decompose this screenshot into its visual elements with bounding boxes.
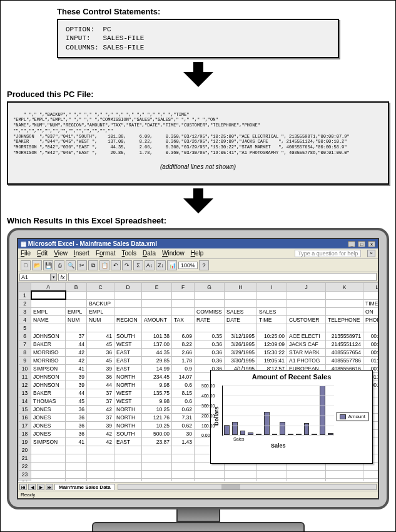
row-header[interactable]: 7	[19, 340, 31, 348]
cell[interactable]: PHONE	[363, 315, 378, 324]
cell[interactable]	[66, 324, 87, 332]
cell[interactable]	[142, 454, 172, 462]
cell[interactable]: 45	[87, 340, 114, 348]
col-header[interactable]: J	[287, 283, 326, 292]
cell[interactable]: 500.00	[142, 429, 172, 437]
cell[interactable]: 42	[66, 348, 87, 356]
cell[interactable]: 0.6	[172, 381, 195, 389]
cell[interactable]	[326, 291, 363, 299]
row-header[interactable]: 23	[19, 470, 31, 478]
help-search[interactable]: Type a question for help	[295, 250, 361, 257]
horizontal-scrollbar[interactable]	[118, 484, 377, 490]
cell[interactable]	[31, 446, 66, 454]
tab-first-icon[interactable]: ⏮	[19, 484, 27, 490]
embedded-chart[interactable]: Amount of Recent Sales Dollars 0.00100.0…	[210, 370, 373, 464]
col-header[interactable]: E	[142, 283, 172, 292]
cell[interactable]	[87, 324, 114, 332]
cell[interactable]: AMOUNT	[142, 315, 172, 324]
preview-icon[interactable]: 🔍	[66, 260, 76, 270]
cell[interactable]: REGION	[114, 315, 142, 324]
cell[interactable]: 0.6	[172, 397, 195, 405]
cell[interactable]: 41	[87, 332, 114, 340]
col-header[interactable]: F	[172, 283, 195, 292]
cell[interactable]	[142, 478, 172, 481]
paste-icon[interactable]: 📋	[99, 260, 109, 270]
menu-data[interactable]: Data	[143, 250, 156, 257]
cell[interactable]: NUM	[87, 315, 114, 324]
cell[interactable]	[114, 478, 142, 481]
cell[interactable]: 0.62	[172, 405, 195, 413]
cell[interactable]: SIMPSON	[31, 437, 66, 446]
cell[interactable]	[114, 462, 142, 470]
cell[interactable]: 8.15	[172, 389, 195, 397]
sort-asc-icon[interactable]: A↓	[145, 260, 155, 270]
cell[interactable]: 2135558971	[326, 332, 363, 340]
cell[interactable]	[66, 478, 87, 481]
cell[interactable]	[326, 324, 363, 332]
cell[interactable]	[31, 324, 66, 332]
cell[interactable]: NORTH	[114, 381, 142, 389]
cell[interactable]: CUSTOMER	[287, 315, 326, 324]
cell[interactable]	[172, 324, 195, 332]
cell[interactable]: 9.98	[142, 397, 172, 405]
cell[interactable]	[142, 324, 172, 332]
row-header[interactable]: 2	[19, 299, 31, 307]
cell[interactable]: 7.31	[172, 413, 195, 421]
print-icon[interactable]: ⎙	[54, 260, 64, 270]
cell[interactable]	[287, 307, 326, 315]
tab-prev-icon[interactable]: ◀	[28, 484, 36, 490]
sort-desc-icon[interactable]: Z↓	[156, 260, 166, 270]
cell[interactable]: BAKER	[31, 340, 66, 348]
row-header[interactable]: 18	[19, 429, 31, 437]
cell[interactable]: 42	[87, 429, 114, 437]
cell[interactable]	[172, 454, 195, 462]
cell[interactable]: 37	[87, 413, 114, 421]
cell[interactable]	[31, 462, 66, 470]
col-header[interactable]: C	[87, 283, 114, 292]
cell[interactable]: 3/30/1995	[225, 356, 257, 364]
new-icon[interactable]: □	[21, 260, 31, 270]
row-header[interactable]: 16	[19, 413, 31, 421]
cell[interactable]: 39	[66, 372, 87, 381]
close-button[interactable]: ×	[368, 241, 375, 247]
cell[interactable]	[114, 307, 142, 315]
save-icon[interactable]: 💾	[43, 260, 53, 270]
col-header[interactable]: G	[195, 283, 225, 292]
cell[interactable]	[31, 470, 66, 478]
namebox-dropdown-icon[interactable]: ▾	[51, 273, 57, 281]
cell[interactable]: ON	[363, 307, 378, 315]
menu-file[interactable]: File	[21, 250, 31, 257]
name-box[interactable]: A1	[19, 274, 51, 281]
col-header[interactable]: A	[31, 283, 66, 292]
cell[interactable]: EAST	[114, 437, 142, 446]
row-header[interactable]: 8	[19, 348, 31, 356]
cell[interactable]	[66, 291, 87, 299]
cell[interactable]	[257, 470, 287, 478]
cell[interactable]: EMPL	[66, 307, 87, 315]
cut-icon[interactable]: ✂	[77, 260, 87, 270]
cell[interactable]	[66, 470, 87, 478]
cell[interactable]: 2145551124	[326, 340, 363, 348]
cell[interactable]: 101.38	[142, 332, 172, 340]
menu-format[interactable]: Format	[96, 250, 116, 257]
cell[interactable]: EAST	[114, 348, 142, 356]
row-header[interactable]: 20	[19, 446, 31, 454]
menu-help[interactable]: Help	[191, 250, 204, 257]
sum-icon[interactable]: Σ	[133, 260, 143, 270]
cell[interactable]	[172, 446, 195, 454]
cell[interactable]: 36	[87, 372, 114, 381]
cell[interactable]: SOUTH	[114, 332, 142, 340]
cell[interactable]: JONES	[31, 413, 66, 421]
col-header[interactable]: I	[257, 283, 287, 292]
row-header[interactable]: 19	[19, 437, 31, 446]
menu-window[interactable]: Window	[162, 250, 185, 257]
cell[interactable]: 121.76	[142, 413, 172, 421]
cell[interactable]: A1 PHOTOG	[287, 356, 326, 364]
cell[interactable]	[326, 478, 363, 481]
cell[interactable]	[326, 470, 363, 478]
cell[interactable]	[326, 299, 363, 307]
cell[interactable]: 0.36	[195, 356, 225, 364]
cell[interactable]: 45	[87, 356, 114, 364]
cell[interactable]: EMPL	[31, 307, 66, 315]
cell[interactable]: 01:00.0	[363, 356, 378, 364]
